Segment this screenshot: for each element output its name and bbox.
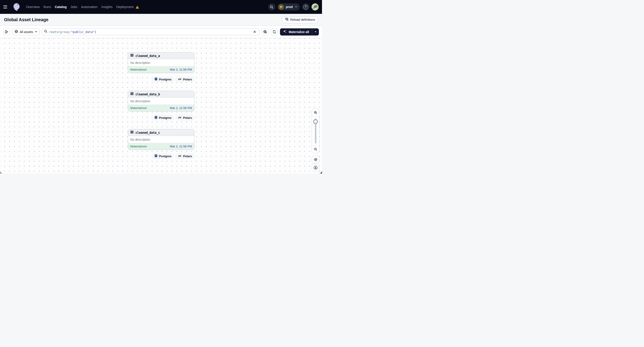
tag-postgres[interactable]: Postgres: [152, 153, 174, 159]
tag-postgres[interactable]: Postgres: [152, 115, 174, 121]
asset-node-cleaned-data-c[interactable]: cleaned_data_c No description Materializ…: [128, 129, 194, 150]
zoom-out-icon[interactable]: [312, 145, 319, 153]
tag-postgres[interactable]: Postgres: [152, 76, 174, 82]
selection-query: roots(group:"public_data"): [49, 30, 96, 34]
chevron-down-icon: [35, 30, 37, 34]
status-badge: Materialized: [130, 106, 146, 110]
asset-selection-input[interactable]: roots(group:"public_data"): [42, 28, 260, 35]
tag-label: Polars: [183, 155, 192, 158]
asset-status-row: Materialized Mar 2, 11:56 PM: [128, 104, 194, 111]
download-icon[interactable]: [312, 164, 319, 171]
asset-name: cleaned_data_c: [136, 131, 160, 134]
asset-tags-row: Postgres Polars: [128, 153, 194, 159]
dagster-logo[interactable]: [12, 3, 21, 11]
tag-label: Postgres: [159, 116, 172, 119]
zoom-slider[interactable]: [312, 117, 319, 145]
postgres-icon: [154, 154, 158, 158]
deployment-name: prod: [286, 5, 293, 9]
asset-node-header: cleaned_data_c: [128, 129, 194, 136]
open-left-panel-button[interactable]: [3, 28, 10, 35]
table-icon: [130, 92, 134, 96]
asset-node-header: cleaned_data_a: [128, 52, 194, 59]
reload-cube-icon: [285, 17, 289, 22]
tag-label: Postgres: [159, 155, 172, 158]
asset-name: cleaned_data_b: [136, 92, 160, 96]
page-title: Global Asset Lineage: [4, 17, 48, 22]
reload-definitions-label: Reload definitions: [290, 18, 315, 21]
clear-query-icon[interactable]: [252, 29, 257, 34]
tag-label: Postgres: [159, 78, 172, 81]
avatar[interactable]: [312, 3, 319, 10]
tag-polars[interactable]: Polars: [176, 115, 194, 121]
refresh-icon[interactable]: [271, 28, 278, 35]
table-icon: [130, 130, 134, 135]
polars-icon: [178, 77, 182, 81]
menu-icon[interactable]: [3, 3, 10, 10]
asset-description: No description: [128, 98, 194, 104]
materialize-all-button[interactable]: Materialize all: [280, 28, 312, 35]
asset-name: cleaned_data_a: [136, 54, 160, 58]
tag-polars[interactable]: Polars: [176, 153, 194, 159]
asset-tags-row: Postgres Polars: [128, 76, 194, 82]
asset-scope-label: All assets: [20, 30, 33, 34]
chevron-down-icon: [294, 5, 298, 9]
asset-description: No description: [128, 136, 194, 143]
zoom-in-icon[interactable]: [312, 109, 319, 117]
globe-icon: [14, 30, 18, 34]
nav-deployment[interactable]: Deployment: [116, 5, 134, 9]
asset-description: No description: [128, 59, 194, 66]
lineage-canvas[interactable]: cleaned_data_a No description Materializ…: [0, 38, 322, 173]
status-badge: Materialized: [130, 68, 146, 71]
nav-insights[interactable]: Insights: [101, 5, 112, 9]
magnifier-icon: [44, 30, 47, 34]
nav-automation[interactable]: Automation: [81, 5, 98, 9]
asset-status-row: Materialized Mar 2, 11:56 PM: [128, 66, 194, 73]
warning-icon: [136, 5, 139, 9]
nav-overview[interactable]: Overview: [26, 5, 40, 9]
materialize-all-label: Materialize all: [289, 30, 309, 34]
reload-definitions-button[interactable]: Reload definitions: [282, 16, 318, 23]
help-icon[interactable]: ?: [302, 3, 309, 10]
materialization-timestamp: Mar 2, 11:56 PM: [170, 145, 192, 148]
help-glyph: ?: [304, 5, 308, 9]
tag-label: Polars: [183, 78, 192, 81]
materialize-all-split-button: Materialize all: [280, 28, 319, 35]
materialization-timestamp: Mar 2, 11:56 PM: [170, 68, 192, 71]
zoom-controls: [312, 109, 319, 153]
nav-runs[interactable]: Runs: [43, 5, 51, 9]
top-nav: Overview Runs Catalog Jobs Automation In…: [0, 0, 322, 14]
asset-node-cleaned-data-b[interactable]: cleaned_data_b No description Materializ…: [128, 91, 194, 111]
globe-add-button[interactable]: [262, 28, 268, 35]
postgres-icon: [154, 116, 158, 120]
deployment-badge: P: [278, 4, 284, 10]
asset-scope-dropdown[interactable]: All assets: [12, 28, 40, 35]
deployment-switcher[interactable]: P prod: [278, 3, 300, 10]
lineage-canvas-wrap: cleaned_data_a No description Materializ…: [0, 38, 322, 173]
polars-icon: [178, 116, 182, 120]
asset-node-cleaned-data-a[interactable]: cleaned_data_a No description Materializ…: [128, 52, 194, 73]
settings-gear-icon[interactable]: [312, 156, 319, 163]
materialize-options-caret[interactable]: [312, 28, 319, 35]
materialization-timestamp: Mar 2, 11:56 PM: [170, 106, 192, 110]
status-badge: Materialized: [130, 145, 146, 148]
asset-tags-row: Postgres Polars: [128, 115, 194, 121]
nav-right: P prod ?: [268, 3, 319, 10]
postgres-icon: [154, 77, 158, 81]
table-icon: [130, 54, 134, 58]
lineage-toolbar: All assets roots(group:"public_data"): [0, 26, 322, 38]
primary-nav: Overview Runs Catalog Jobs Automation In…: [26, 5, 139, 9]
tag-label: Polars: [183, 116, 192, 119]
nav-catalog[interactable]: Catalog: [55, 5, 66, 9]
page-header: Global Asset Lineage Reload definitions: [0, 14, 322, 26]
nav-jobs[interactable]: Jobs: [70, 5, 77, 9]
sparkles-icon: [283, 29, 287, 34]
search-icon[interactable]: [268, 3, 275, 10]
zoom-slider-handle[interactable]: [313, 119, 318, 124]
tag-polars[interactable]: Polars: [176, 76, 194, 82]
polars-icon: [178, 154, 182, 158]
asset-node-header: cleaned_data_b: [128, 91, 194, 98]
asset-status-row: Materialized Mar 2, 11:56 PM: [128, 143, 194, 150]
